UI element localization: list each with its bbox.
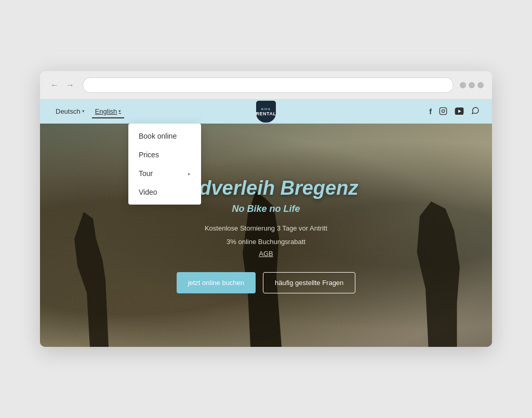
book-online-button[interactable]: jetzt online buchen (177, 272, 256, 293)
forward-button[interactable]: → (64, 79, 76, 91)
site-logo: BIKE RENTAL (256, 101, 276, 123)
hero-title: Radverleih Bregenz (174, 177, 358, 199)
website: Deutsch ▾ English ▾ BIKE RENTAL f (40, 100, 492, 347)
svg-rect-0 (440, 107, 446, 114)
facebook-icon[interactable]: f (429, 107, 432, 116)
hero-agb-link[interactable]: AGB (174, 250, 358, 258)
logo-top-text: BIKE (261, 107, 271, 111)
logo-badge: BIKE RENTAL (256, 101, 276, 123)
dot-2 (469, 82, 475, 88)
whatsapp-icon[interactable] (471, 106, 480, 117)
hero-section: Radverleih Bregenz No Bike no Life Koste… (40, 124, 492, 347)
hero-content: Radverleih Bregenz No Bike no Life Koste… (174, 177, 358, 293)
browser-nav: ← → (48, 79, 76, 91)
english-arrow-icon: ▾ (118, 109, 121, 114)
instagram-icon[interactable] (439, 107, 447, 117)
back-button[interactable]: ← (48, 79, 61, 91)
hero-line2: 3% online Buchungsrabatt (174, 236, 358, 248)
lang-group: Deutsch ▾ English ▾ (52, 105, 124, 118)
faq-button[interactable]: häufig gestellte Fragen (263, 272, 355, 293)
svg-point-2 (445, 109, 445, 109)
browser-chrome: ← → (40, 71, 492, 100)
lang-deutsch-button[interactable]: Deutsch ▾ (52, 105, 88, 118)
dropdown-item-video[interactable]: Video (128, 183, 201, 201)
dropdown-menu: Book online Prices Tour ▸ Video (128, 124, 201, 205)
dropdown-item-prices[interactable]: Prices (128, 145, 201, 164)
hero-buttons: jetzt online buchen häufig gestellte Fra… (174, 272, 358, 293)
hero-subtitle: No Bike no Life (174, 204, 358, 214)
social-icons: f (429, 106, 480, 117)
dropdown-item-book-online[interactable]: Book online (128, 127, 201, 145)
svg-point-1 (442, 110, 444, 112)
tour-submenu-arrow-icon: ▸ (188, 171, 191, 177)
address-bar[interactable] (83, 77, 454, 93)
youtube-icon[interactable] (455, 107, 464, 116)
logo-mid-text: RENTAL (256, 111, 276, 116)
site-nav: Deutsch ▾ English ▾ BIKE RENTAL f (40, 100, 492, 124)
hero-line1: Kostenlose Stornierung 3 Tage vor Antrit… (174, 223, 358, 234)
dot-1 (460, 82, 466, 88)
dot-3 (477, 82, 484, 88)
dropdown-item-tour[interactable]: Tour ▸ (128, 164, 201, 183)
browser-menu-dots (460, 82, 484, 88)
lang-english-button[interactable]: English ▾ (92, 105, 125, 118)
deutsch-arrow-icon: ▾ (82, 109, 85, 114)
browser-window: ← → Deutsch ▾ English ▾ (40, 71, 492, 347)
